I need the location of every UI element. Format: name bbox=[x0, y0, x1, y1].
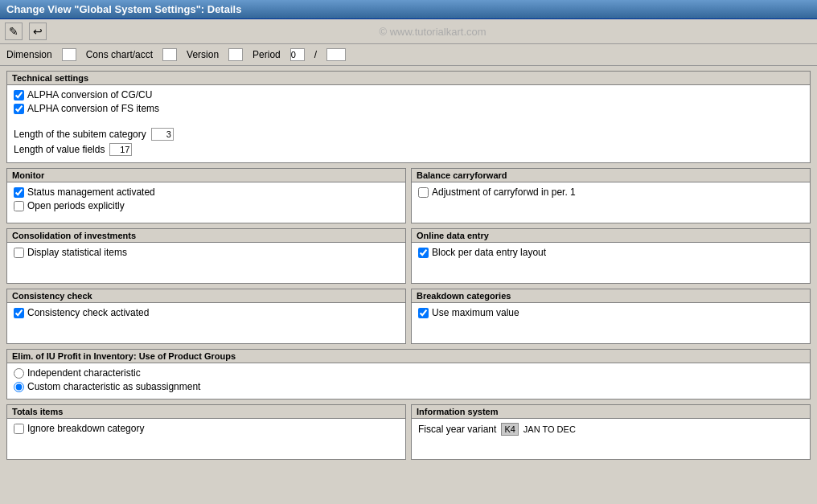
status-mgmt-label: Status management activated bbox=[27, 186, 155, 198]
ignore-breakdown-row: Ignore breakdown category bbox=[14, 423, 399, 434]
information-system-content: Fiscal year variant K4 JAN TO DEC bbox=[412, 419, 810, 459]
open-periods-checkbox[interactable] bbox=[14, 201, 24, 211]
edit-button[interactable]: ✎ bbox=[5, 23, 23, 40]
information-system-section: Information system Fiscal year variant K… bbox=[411, 404, 811, 460]
title-bar: Change View "Global System Settings": De… bbox=[0, 0, 817, 19]
adjustment-checkbox[interactable] bbox=[418, 187, 429, 198]
monitor-section: Monitor Status management activated Open… bbox=[6, 168, 406, 223]
use-max-row: Use maximum value bbox=[418, 307, 803, 318]
open-periods-row: Open periods explicitly bbox=[14, 200, 399, 211]
dimension-label: Dimension bbox=[6, 49, 52, 60]
version-input[interactable] bbox=[228, 48, 243, 61]
elim-title: Elim. of IU Profit in Inventory: Use of … bbox=[7, 350, 810, 363]
fiscal-year-row: Fiscal year variant K4 JAN TO DEC bbox=[418, 423, 803, 436]
open-periods-label: Open periods explicitly bbox=[27, 200, 125, 211]
consolidation-online-row: Consolidation of investments Display sta… bbox=[6, 228, 811, 284]
subitem-label: Length of the subitem category bbox=[14, 129, 146, 140]
breakdown-content: Use maximum value bbox=[412, 303, 810, 343]
consolidation-content: Display statistical items bbox=[7, 243, 405, 283]
totals-title: Totals items bbox=[7, 405, 405, 419]
totals-section: Totals items Ignore breakdown category bbox=[6, 404, 406, 460]
block-per-layout-label: Block per data entry layout bbox=[432, 247, 546, 258]
consistency-title: Consistency check bbox=[7, 289, 405, 303]
subitem-input[interactable] bbox=[151, 128, 174, 141]
independent-row: Independent characteristic bbox=[14, 367, 803, 379]
online-data-entry-section: Online data entry Block per data entry l… bbox=[411, 228, 811, 284]
monitor-balance-row: Monitor Status management activated Open… bbox=[6, 168, 811, 223]
block-per-layout-checkbox[interactable] bbox=[418, 248, 429, 258]
custom-label: Custom characteristic as subassignment bbox=[27, 381, 200, 392]
back-button[interactable]: ↩ bbox=[29, 23, 47, 40]
alpha-fs-label: ALPHA conversion of FS items bbox=[27, 103, 159, 114]
alpha-cgcu-label: ALPHA conversion of CG/CU bbox=[27, 89, 152, 100]
monitor-content: Status management activated Open periods… bbox=[7, 182, 405, 223]
balance-carryforward-content: Adjustment of carryforwd in per. 1 bbox=[412, 182, 810, 223]
consistency-section: Consistency check Consistency check acti… bbox=[6, 289, 406, 344]
display-statistical-label: Display statistical items bbox=[27, 247, 127, 258]
fiscal-year-label: Fiscal year variant bbox=[418, 424, 496, 435]
ignore-breakdown-label: Ignore breakdown category bbox=[27, 423, 144, 434]
custom-row: Custom characteristic as subassignment bbox=[14, 381, 803, 392]
totals-content: Ignore breakdown category bbox=[7, 419, 405, 459]
status-mgmt-checkbox[interactable] bbox=[14, 187, 24, 198]
balance-carryforward-title: Balance carryforward bbox=[412, 169, 810, 182]
version-label: Version bbox=[187, 49, 219, 60]
toolbar: ✎ ↩ © www.tutorialkart.com bbox=[0, 19, 817, 44]
back-icon: ↩ bbox=[33, 25, 43, 38]
adjustment-row: Adjustment of carryforwd in per. 1 bbox=[418, 186, 803, 198]
period-input[interactable] bbox=[290, 48, 305, 61]
technical-settings-content: ALPHA conversion of CG/CU ALPHA conversi… bbox=[7, 85, 810, 162]
independent-radio[interactable] bbox=[14, 368, 24, 379]
alpha-cgcu-checkbox[interactable] bbox=[14, 90, 24, 100]
breakdown-title: Breakdown categories bbox=[412, 289, 810, 303]
header-fields: Dimension Cons chart/acct Version Period… bbox=[0, 44, 817, 66]
online-data-entry-title: Online data entry bbox=[412, 229, 810, 243]
value-fields-input[interactable] bbox=[109, 143, 132, 156]
elim-content: Independent characteristic Custom charac… bbox=[7, 363, 810, 399]
block-per-layout-row: Block per data entry layout bbox=[418, 247, 803, 258]
consistency-content: Consistency check activated bbox=[7, 303, 405, 343]
cons-chart-label: Cons chart/acct bbox=[86, 49, 153, 60]
independent-label: Independent characteristic bbox=[27, 367, 141, 379]
subitem-row: Length of the subitem category bbox=[14, 128, 803, 141]
watermark: © www.tutorialkart.com bbox=[53, 26, 812, 38]
status-mgmt-row: Status management activated bbox=[14, 186, 399, 198]
value-fields-label: Length of value fields bbox=[14, 144, 105, 155]
consistency-check-label: Consistency check activated bbox=[27, 307, 149, 318]
consistency-breakdown-row: Consistency check Consistency check acti… bbox=[6, 289, 811, 344]
period-label: Period bbox=[252, 49, 281, 60]
online-data-entry-content: Block per data entry layout bbox=[412, 243, 810, 283]
period-input2[interactable] bbox=[326, 48, 346, 61]
adjustment-label: Adjustment of carryforwd in per. 1 bbox=[432, 186, 576, 198]
content-area: Technical settings ALPHA conversion of C… bbox=[0, 66, 817, 469]
monitor-title: Monitor bbox=[7, 169, 405, 182]
period-slash: / bbox=[314, 49, 317, 60]
display-statistical-checkbox[interactable] bbox=[14, 248, 24, 258]
use-max-label: Use maximum value bbox=[432, 307, 519, 318]
cons-chart-input[interactable] bbox=[162, 48, 177, 61]
edit-icon: ✎ bbox=[9, 25, 18, 38]
alpha-fs-checkbox[interactable] bbox=[14, 104, 24, 114]
use-max-checkbox[interactable] bbox=[418, 308, 429, 318]
technical-settings-title: Technical settings bbox=[7, 72, 810, 85]
value-fields-row: Length of value fields bbox=[14, 143, 803, 156]
consistency-check-row: Consistency check activated bbox=[14, 307, 399, 318]
dimension-input[interactable] bbox=[62, 48, 76, 61]
ignore-breakdown-checkbox[interactable] bbox=[14, 424, 24, 434]
totals-info-row: Totals items Ignore breakdown category I… bbox=[6, 404, 811, 460]
consolidation-section: Consolidation of investments Display sta… bbox=[6, 228, 406, 284]
custom-radio[interactable] bbox=[14, 382, 24, 392]
alpha-cgcu-row: ALPHA conversion of CG/CU bbox=[14, 89, 803, 100]
fiscal-year-value: K4 bbox=[501, 423, 518, 436]
consolidation-title: Consolidation of investments bbox=[7, 229, 405, 243]
alpha-fs-row: ALPHA conversion of FS items bbox=[14, 103, 803, 114]
consistency-check-checkbox[interactable] bbox=[14, 308, 24, 318]
fiscal-year-display: JAN TO DEC bbox=[523, 424, 576, 434]
information-system-title: Information system bbox=[412, 405, 810, 419]
technical-settings-section: Technical settings ALPHA conversion of C… bbox=[6, 71, 811, 163]
elim-section: Elim. of IU Profit in Inventory: Use of … bbox=[6, 349, 811, 400]
display-statistical-row: Display statistical items bbox=[14, 247, 399, 258]
balance-carryforward-section: Balance carryforward Adjustment of carry… bbox=[411, 168, 811, 223]
page-title: Change View "Global System Settings": De… bbox=[6, 3, 241, 15]
breakdown-section: Breakdown categories Use maximum value bbox=[411, 289, 811, 344]
